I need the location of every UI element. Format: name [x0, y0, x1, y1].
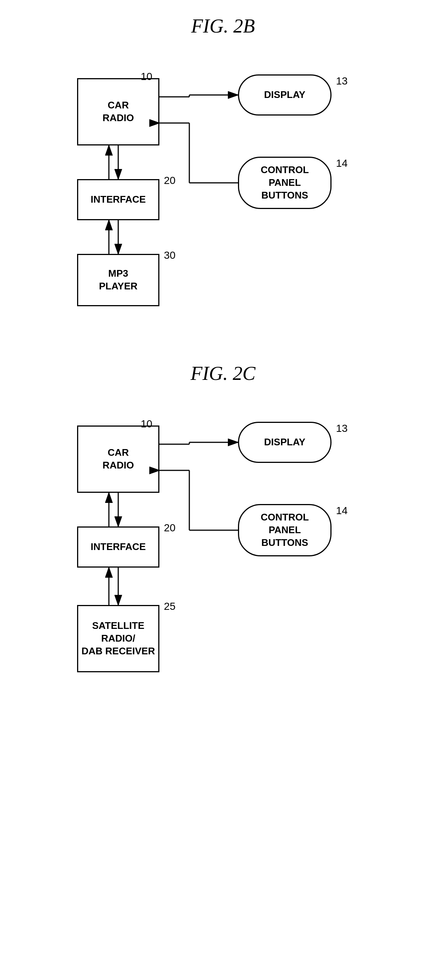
- car-radio-box-2b: CAR RADIO: [77, 78, 159, 145]
- control-panel-label-2b: CONTROL PANEL BUTTONS: [261, 164, 309, 202]
- diagram-2c: CAR RADIO INTERFACE SATELLITE RADIO/ DAB…: [55, 403, 391, 732]
- ref-25: 25: [164, 600, 175, 612]
- display-pill-2b: DISPLAY: [238, 75, 331, 116]
- satellite-radio-label: SATELLITE RADIO/ DAB RECEIVER: [81, 620, 155, 657]
- satellite-radio-box: SATELLITE RADIO/ DAB RECEIVER: [77, 605, 159, 672]
- display-label-2c: DISPLAY: [264, 436, 305, 449]
- fig2c-title: FIG. 2C: [190, 362, 255, 384]
- diagram-2b: CAR RADIO INTERFACE MP3 PLAYER DISPLAY C…: [55, 56, 391, 325]
- car-radio-label-2b: CAR RADIO: [102, 99, 134, 124]
- ref-10-2b: 10: [141, 71, 152, 83]
- control-panel-label-2c: CONTROL PANEL BUTTONS: [261, 511, 309, 549]
- mp3-player-box: MP3 PLAYER: [77, 254, 159, 306]
- ref-20-2c: 20: [164, 522, 175, 534]
- fig2b-title: FIG. 2B: [191, 15, 255, 37]
- mp3-player-label: MP3 PLAYER: [99, 267, 137, 293]
- ref-14-2b: 14: [336, 158, 347, 169]
- interface-label-2c: INTERFACE: [91, 541, 145, 554]
- interface-box-2c: INTERFACE: [77, 527, 159, 568]
- control-panel-pill-2c: CONTROL PANEL BUTTONS: [238, 504, 331, 556]
- interface-label-2b: INTERFACE: [91, 193, 145, 206]
- car-radio-label-2c: CAR RADIO: [102, 447, 134, 472]
- control-panel-pill-2b: CONTROL PANEL BUTTONS: [238, 157, 331, 209]
- ref-13-2b: 13: [336, 75, 347, 87]
- ref-10-2c: 10: [141, 418, 152, 430]
- ref-13-2c: 13: [336, 423, 347, 434]
- display-label-2b: DISPLAY: [264, 89, 305, 101]
- ref-14-2c: 14: [336, 505, 347, 517]
- page: FIG. 2B CAR RADIO INTERFACE MP3 PLAYER D…: [0, 0, 446, 784]
- ref-20-2b: 20: [164, 175, 175, 186]
- interface-box-2b: INTERFACE: [77, 179, 159, 220]
- display-pill-2c: DISPLAY: [238, 422, 331, 463]
- car-radio-box-2c: CAR RADIO: [77, 425, 159, 493]
- ref-30: 30: [164, 250, 175, 261]
